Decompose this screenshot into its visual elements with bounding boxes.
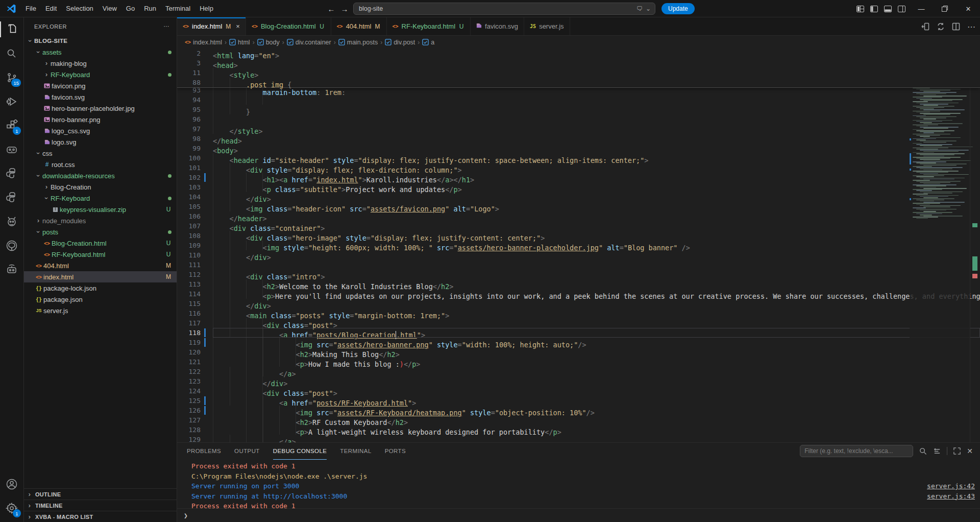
breadcrumb-item-main.posts[interactable]: main.posts: [338, 39, 378, 46]
code-editor[interactable]: 93margin-bottom: 1rem;9495}9697</style>9…: [177, 49, 980, 442]
breadcrumb-item-body[interactable]: body: [257, 39, 280, 46]
console-source-link[interactable]: server.js:42: [927, 481, 975, 491]
code-line-113[interactable]: 113<h2>Welcome to the Karoll Industries …: [177, 279, 980, 289]
menu-selection[interactable]: Selection: [61, 0, 97, 17]
tree-item-logo_css.svg[interactable]: logo_css.svg: [24, 125, 177, 136]
explorer-more-actions-icon[interactable]: ⋯: [164, 23, 170, 30]
sticky-line-11[interactable]: 11<style>: [177, 68, 980, 78]
sync-compare-icon[interactable]: [937, 22, 945, 31]
code-line-128[interactable]: 128<p>A light-weight wireless keyboard d…: [177, 425, 980, 435]
code-line-119[interactable]: 119<img src="assets/hero-banner.png" sty…: [177, 338, 980, 347]
overview-ruler[interactable]: [970, 49, 980, 442]
panel-tab-output[interactable]: OUTPUT: [234, 443, 260, 460]
activity-xvba-icon[interactable]: [0, 257, 23, 281]
console-filter-input[interactable]: [800, 445, 913, 457]
tree-item-downloadable-resources[interactable]: ›downloadable-resources: [24, 170, 177, 181]
tree-item-assets[interactable]: ›assets: [24, 46, 177, 58]
code-line-101[interactable]: 101<div style="display: flex; flex-direc…: [177, 163, 980, 173]
close-icon[interactable]: ✕: [957, 0, 980, 17]
breadcrumb-item-div.post[interactable]: div.post: [385, 39, 415, 46]
activity-search-icon[interactable]: [0, 41, 23, 65]
code-line-127[interactable]: 127<h2>RF Custom Keyboard</h2>: [177, 415, 980, 425]
code-line-95[interactable]: 95}: [177, 105, 980, 114]
menu-terminal[interactable]: Terminal: [161, 0, 195, 17]
tab-rf-keyboard.html[interactable]: <>RF-Keyboard.htmlU: [387, 17, 471, 35]
tree-item-blog-creation.html[interactable]: <>Blog-Creation.htmlU: [24, 238, 177, 249]
code-line-122[interactable]: 122</a>: [177, 367, 980, 376]
sidebar-section-xvba-macro-list[interactable]: ›XVBA - MACRO LIST: [24, 511, 177, 522]
filter-lines-icon[interactable]: [933, 447, 941, 455]
tree-item-server.js[interactable]: JSserver.js: [24, 305, 177, 316]
open-changes-icon[interactable]: [921, 22, 929, 31]
close-tab-icon[interactable]: ×: [236, 22, 240, 30]
code-line-129[interactable]: 129</a>: [177, 435, 980, 442]
code-line-103[interactable]: 103<p class="subtitle">Project work and …: [177, 182, 980, 192]
chevron-down-icon[interactable]: ⌄: [646, 5, 651, 12]
code-line-93[interactable]: 93margin-bottom: 1rem;: [177, 88, 980, 95]
activity-github-icon[interactable]: [0, 233, 23, 257]
activity-python-1-icon[interactable]: [0, 161, 23, 185]
tree-item-hero-banner-placeholder.jpg[interactable]: hero-banner-placeholder.jpg: [24, 103, 177, 114]
tree-item-making-blog[interactable]: ›making-blog: [24, 58, 177, 69]
chat-icon[interactable]: 🗨: [636, 5, 643, 12]
tree-item-root.css[interactable]: #root.css: [24, 159, 177, 170]
tree-item-package.json[interactable]: {}package.json: [24, 294, 177, 305]
tree-item-index.html[interactable]: <>index.htmlM: [24, 271, 177, 282]
menu-edit[interactable]: Edit: [41, 0, 61, 17]
code-line-114[interactable]: 114<p>Here you'll find updates on our pr…: [177, 289, 980, 299]
breadcrumb-item-index.html[interactable]: <>index.html: [185, 39, 222, 46]
tree-item-404.html[interactable]: <>404.htmlM: [24, 260, 177, 271]
code-line-102[interactable]: 102<h1><a href="index.html">Karoll.indus…: [177, 173, 980, 182]
activity-godot-icon[interactable]: [0, 137, 23, 161]
activity-explorer-icon[interactable]: [0, 17, 23, 41]
code-line-98[interactable]: 98</head>: [177, 134, 980, 144]
code-line-109[interactable]: 109<img style="height: 600px; width: 100…: [177, 241, 980, 250]
code-line-110[interactable]: 110</div>: [177, 250, 980, 260]
tree-item-rf-keyboard[interactable]: ›RF-Keyboard: [24, 69, 177, 80]
activity-python-2-icon[interactable]: [0, 185, 23, 209]
toggle-secondary-sidebar-icon[interactable]: [898, 6, 905, 12]
code-line-100[interactable]: 100<header id="site-header" style="displ…: [177, 153, 980, 163]
code-line-117[interactable]: 117<div class="post">: [177, 318, 980, 328]
code-line-124[interactable]: 124<div class="post">: [177, 386, 980, 396]
code-line-116[interactable]: 116<main class="posts" style="margin-bot…: [177, 309, 980, 318]
menu-view[interactable]: View: [98, 0, 121, 17]
sticky-line-3[interactable]: 3<head>: [177, 58, 980, 68]
panel-tab-problems[interactable]: PROBLEMS: [187, 443, 221, 460]
menu-help[interactable]: Help: [195, 0, 218, 17]
panel-tab-ports[interactable]: PORTS: [385, 443, 406, 460]
activity-run-debug-icon[interactable]: [0, 89, 23, 113]
tree-item-favicon.png[interactable]: favicon.png: [24, 80, 177, 91]
breadcrumb-item-html[interactable]: html: [229, 39, 250, 46]
code-line-104[interactable]: 104</div>: [177, 192, 980, 202]
minimap[interactable]: [910, 49, 970, 442]
tree-item-hero-banner.png[interactable]: hero-banner.png: [24, 114, 177, 125]
tab-favicon.svg[interactable]: favicon.svg: [471, 17, 524, 35]
toggle-panel-icon[interactable]: [884, 6, 892, 12]
menu-file[interactable]: File: [21, 0, 41, 17]
split-editor-icon[interactable]: [952, 22, 960, 31]
tab-404.html[interactable]: <>404.htmlM: [331, 17, 387, 35]
tree-item-package-lock.json[interactable]: {}package-lock.json: [24, 282, 177, 294]
activity-extensions-icon[interactable]: 1: [0, 113, 23, 137]
forward-arrow-icon[interactable]: →: [339, 3, 350, 14]
minimize-icon[interactable]: —: [910, 0, 933, 17]
code-line-126[interactable]: 126<img src="assets/RF-Keyboard/heatmap.…: [177, 406, 980, 415]
back-arrow-icon[interactable]: ←: [326, 3, 337, 14]
code-line-125[interactable]: 125<a href="posts/RF-Keyboard.html">: [177, 396, 980, 406]
code-line-96[interactable]: 96: [177, 114, 980, 124]
search-icon[interactable]: [919, 447, 927, 455]
toggle-primary-sidebar-icon[interactable]: [870, 6, 878, 12]
tree-item-node_modules[interactable]: ›node_modules: [24, 215, 177, 226]
code-line-121[interactable]: 121<p>How I made this blog :)</p>: [177, 357, 980, 367]
panel-tab-debug-console[interactable]: DEBUG CONSOLE: [273, 443, 327, 460]
code-line-106[interactable]: 106</header>: [177, 211, 980, 221]
sticky-line-88[interactable]: 88.post img {: [177, 78, 980, 87]
tree-item-rf-keyboard.html[interactable]: <>RF-Keyboard.htmlU: [24, 249, 177, 260]
tree-item-logo.svg[interactable]: logo.svg: [24, 136, 177, 148]
tree-item-blog-site[interactable]: ›BLOG-SITE: [24, 35, 177, 46]
code-line-120[interactable]: 120<h2>Making This Blog</h2>: [177, 347, 980, 357]
activity-account-icon[interactable]: [0, 472, 23, 496]
update-button[interactable]: Update: [662, 3, 695, 14]
code-line-105[interactable]: 105<img class="header-icon" src="assets/…: [177, 202, 980, 211]
